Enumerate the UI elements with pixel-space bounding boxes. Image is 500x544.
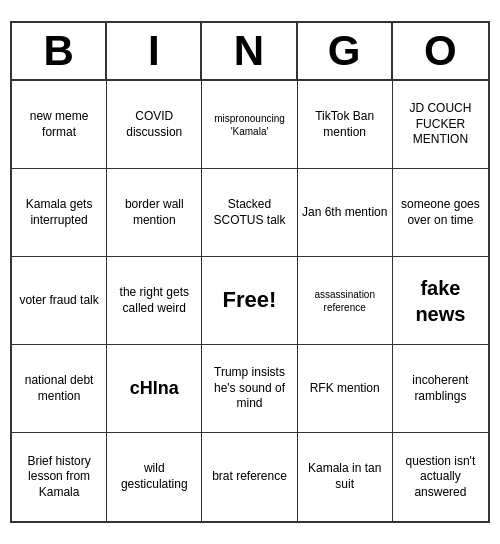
bingo-cell-r3c1: voter fraud talk	[12, 257, 107, 345]
bingo-card: BINGO new meme formatCOVID discussionmis…	[10, 21, 490, 523]
bingo-cell-r2c1: Kamala gets interrupted	[12, 169, 107, 257]
bingo-letter-o: O	[393, 23, 488, 79]
bingo-cell-r4c1: national debt mention	[12, 345, 107, 433]
bingo-cell-r1c4: TikTok Ban mention	[298, 81, 393, 169]
bingo-cell-r1c5: JD COUCH FUCKER MENTION	[393, 81, 488, 169]
bingo-cell-r5c1: Brief history lesson from Kamala	[12, 433, 107, 521]
bingo-cell-r3c3: Free!	[202, 257, 297, 345]
bingo-letter-n: N	[202, 23, 297, 79]
bingo-grid: new meme formatCOVID discussionmispronou…	[12, 81, 488, 521]
bingo-letter-g: G	[298, 23, 393, 79]
bingo-cell-r5c2: wild gesticulating	[107, 433, 202, 521]
bingo-cell-r5c4: Kamala in tan suit	[298, 433, 393, 521]
bingo-cell-r1c3: mispronouncing 'Kamala'	[202, 81, 297, 169]
bingo-cell-r4c2: cHIna	[107, 345, 202, 433]
bingo-cell-r2c5: someone goes over on time	[393, 169, 488, 257]
bingo-header: BINGO	[12, 23, 488, 81]
bingo-cell-r2c3: Stacked SCOTUS talk	[202, 169, 297, 257]
bingo-cell-r2c4: Jan 6th mention	[298, 169, 393, 257]
bingo-cell-r3c2: the right gets called weird	[107, 257, 202, 345]
bingo-cell-r5c3: brat reference	[202, 433, 297, 521]
bingo-letter-b: B	[12, 23, 107, 79]
bingo-cell-r4c3: Trump insists he's sound of mind	[202, 345, 297, 433]
bingo-cell-r1c1: new meme format	[12, 81, 107, 169]
bingo-cell-r1c2: COVID discussion	[107, 81, 202, 169]
bingo-cell-r5c5: question isn't actually answered	[393, 433, 488, 521]
bingo-cell-r3c4: assassination reference	[298, 257, 393, 345]
bingo-cell-r2c2: border wall mention	[107, 169, 202, 257]
bingo-cell-r4c4: RFK mention	[298, 345, 393, 433]
bingo-cell-r3c5: fake news	[393, 257, 488, 345]
bingo-cell-r4c5: incoherent ramblings	[393, 345, 488, 433]
bingo-letter-i: I	[107, 23, 202, 79]
